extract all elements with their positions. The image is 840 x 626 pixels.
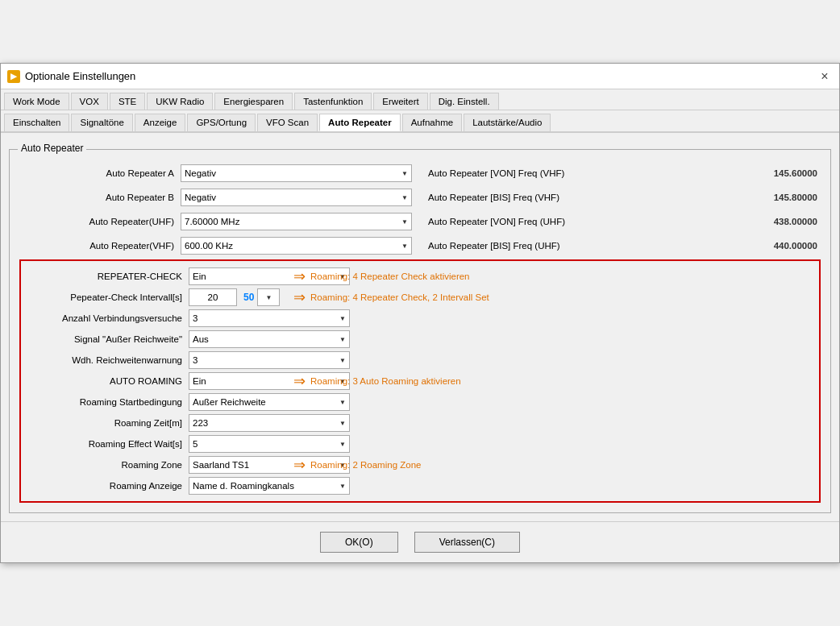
roaming-control-6: Außer Reichweite ▼ — [189, 393, 350, 411]
roaming-label-8: Roaming Effect Wait[s] — [27, 439, 189, 449]
group-title: Auto Repeater — [18, 143, 86, 154]
dropdown-arrow-roaming-3: ▼ — [339, 336, 346, 343]
annotation-text-0: Roaming: 4 Repeater Check aktivieren — [310, 272, 470, 281]
value-right-1: 145.80000 — [626, 193, 821, 202]
dropdown-arrow-roaming-1: ▼ — [265, 294, 272, 301]
auto-repeater-group: Auto Repeater Auto Repeater A Negativ ▼ … — [9, 149, 831, 513]
roaming-row-3: Signal "Außer Reichweite" Aus ▼ — [27, 329, 813, 350]
roaming-label-0: REPEATER-CHECK — [27, 272, 189, 281]
dropdown-arrow-left-2: ▼ — [401, 218, 408, 226]
tab1-energiesparen[interactable]: Energiesparen — [214, 93, 293, 110]
roaming-control-8: 5 ▼ — [189, 435, 350, 453]
dropdown-arrow-roaming-4: ▼ — [339, 357, 346, 364]
tab2-anzeige[interactable]: Anzeige — [135, 114, 186, 131]
roaming-row-7: Roaming Zeit[m] 223 ▼ — [27, 412, 813, 433]
roaming-row-10: Roaming Anzeige Name d. Roamingkanals ▼ — [27, 475, 813, 496]
tab1-vox[interactable]: VOX — [71, 93, 108, 110]
dropdown-left-3[interactable]: 600.00 KHz ▼ — [181, 237, 412, 255]
roaming-dropdown-2[interactable]: 3 ▼ — [189, 309, 350, 327]
tab1-dig.-einstell.[interactable]: Dig. Einstell. — [430, 93, 499, 110]
right-row-0: Auto Repeater [VON] Freq (VHF) 145.60000 — [428, 163, 821, 184]
ok-button[interactable]: OK(O) — [320, 532, 398, 553]
tab2-aufnahme[interactable]: Aufnahme — [402, 114, 462, 131]
roaming-dropdown-4[interactable]: 3 ▼ — [189, 351, 350, 369]
annotation-text-5: Roaming: 3 Auto Roaming aktivieren — [310, 376, 461, 386]
tab2-auto-repeater[interactable]: Auto Repeater — [319, 114, 401, 131]
roaming-row-0: REPEATER-CHECK Ein ▼ ⇒ Roaming: 4 Repeat… — [27, 266, 813, 287]
control-left-3: 600.00 KHz ▼ — [181, 237, 412, 255]
close-button[interactable]: × — [817, 68, 833, 85]
arrow-icon-5: ⇒ — [293, 372, 306, 390]
dropdown-left-2[interactable]: 7.60000 MHz ▼ — [181, 213, 412, 230]
roaming-control-2: 3 ▼ — [189, 309, 350, 327]
roaming-dropdown-3[interactable]: Aus ▼ — [189, 330, 350, 348]
left-row-3: Auto Repeater(VHF) 600.00 KHz ▼ — [19, 235, 412, 256]
right-column: Auto Repeater [VON] Freq (VHF) 145.60000… — [428, 163, 821, 256]
roaming-label-10: Roaming Anzeige — [27, 481, 189, 491]
dropdown-arrow-left-0: ▼ — [401, 170, 408, 177]
roaming-dropdown-7[interactable]: 223 ▼ — [189, 414, 350, 432]
annotation-5: ⇒ Roaming: 3 Auto Roaming aktivieren — [293, 372, 461, 390]
roaming-row-8: Roaming Effect Wait[s] 5 ▼ — [27, 433, 813, 454]
tab2-signaltöne[interactable]: Signaltöne — [71, 114, 132, 131]
arrow-icon-9: ⇒ — [293, 456, 306, 474]
tab1-ukw-radio[interactable]: UKW Radio — [147, 93, 213, 110]
roaming-label-3: Signal "Außer Reichweite" — [27, 334, 189, 344]
tab2-lautstärke/audio[interactable]: Lautstärke/Audio — [464, 114, 551, 131]
roaming-row-1: Pepeater-Check Intervall[s] 20 50 ▼ ⇒ Ro… — [27, 287, 813, 308]
value-right-0: 145.60000 — [626, 168, 821, 178]
dropdown-arrow-roaming-7: ▼ — [339, 420, 346, 427]
tab2-gps/ortung[interactable]: GPS/Ortung — [187, 114, 256, 131]
dropdown-left-0[interactable]: Negativ ▼ — [181, 164, 412, 182]
left-row-1: Auto Repeater B Negativ ▼ — [19, 187, 412, 208]
window-title: Optionale Einstellungen — [25, 70, 135, 82]
roaming-label-1: Pepeater-Check Intervall[s] — [27, 292, 189, 302]
roaming-row-2: Anzahl Verbindungsversuche 3 ▼ — [27, 308, 813, 329]
control-left-0: Negativ ▼ — [181, 164, 412, 182]
annotation-9: ⇒ Roaming: 2 Roaming Zone — [293, 456, 421, 474]
content-area: Auto Repeater Auto Repeater A Negativ ▼ … — [1, 133, 839, 521]
cancel-button[interactable]: Verlassen(C) — [414, 532, 520, 553]
roaming-control-7: 223 ▼ — [189, 414, 350, 432]
left-column: Auto Repeater A Negativ ▼ Auto Repeater … — [19, 163, 412, 256]
label-left-1: Auto Repeater B — [19, 193, 181, 202]
dropdown-arrow-left-3: ▼ — [401, 243, 408, 250]
roaming-label-7: Roaming Zeit[m] — [27, 418, 189, 428]
dropdown-arrow-roaming-10: ▼ — [339, 483, 346, 490]
left-row-2: Auto Repeater(UHF) 7.60000 MHz ▼ — [19, 211, 412, 232]
title-bar: ▶ Optionale Einstellungen × — [1, 64, 839, 89]
label-right-3: Auto Repeater [BIS] Freq (UHF) — [428, 241, 626, 251]
tab2-vfo-scan[interactable]: VFO Scan — [257, 114, 318, 131]
label-right-0: Auto Repeater [VON] Freq (VHF) — [428, 168, 626, 178]
top-form-layout: Auto Repeater A Negativ ▼ Auto Repeater … — [19, 163, 821, 256]
annotation-1: ⇒ Roaming: 4 Repeater Check, 2 Intervall… — [293, 288, 489, 306]
roaming-section: REPEATER-CHECK Ein ▼ ⇒ Roaming: 4 Repeat… — [19, 259, 821, 503]
tab2-einschalten[interactable]: Einschalten — [4, 114, 69, 131]
tab1-ste[interactable]: STE — [110, 93, 145, 110]
roaming-dropdown-1[interactable]: ▼ — [257, 288, 280, 306]
roaming-value2-1: 50 — [243, 292, 254, 303]
dropdown-left-1[interactable]: Negativ ▼ — [181, 189, 412, 206]
roaming-row-6: Roaming Startbedingung Außer Reichweite … — [27, 392, 813, 412]
value-right-2: 438.00000 — [626, 217, 821, 226]
roaming-dropdown-6[interactable]: Außer Reichweite ▼ — [189, 393, 350, 411]
app-icon: ▶ — [7, 70, 20, 83]
tab1-tastenfunktion[interactable]: Tastenfunktion — [294, 93, 372, 110]
tab-row-2: EinschaltenSignaltöneAnzeigeGPS/OrtungVF… — [1, 110, 839, 133]
roaming-dropdown-8[interactable]: 5 ▼ — [189, 435, 350, 453]
dropdown-arrow-roaming-6: ▼ — [339, 399, 346, 406]
tab1-work-mode[interactable]: Work Mode — [4, 93, 69, 110]
right-row-3: Auto Repeater [BIS] Freq (UHF) 440.00000 — [428, 235, 821, 256]
tab1-erweitert[interactable]: Erweitert — [373, 93, 427, 110]
roaming-row-9: Roaming Zone Saarland TS1 ▼ ⇒ Roaming: 2… — [27, 454, 813, 475]
annotation-text-1: Roaming: 4 Repeater Check, 2 Intervall S… — [310, 292, 489, 302]
right-row-1: Auto Repeater [BIS] Freq (VHF) 145.80000 — [428, 187, 821, 208]
control-left-2: 7.60000 MHz ▼ — [181, 213, 412, 230]
roaming-label-9: Roaming Zone — [27, 460, 189, 470]
label-right-2: Auto Repeater [VON] Freq (UHF) — [428, 217, 626, 226]
roaming-input-1[interactable]: 20 — [189, 288, 237, 306]
roaming-dropdown-10[interactable]: Name d. Roamingkanals ▼ — [189, 477, 350, 495]
roaming-label-5: AUTO ROAMING — [27, 376, 189, 386]
dropdown-arrow-roaming-2: ▼ — [339, 315, 346, 322]
dropdown-arrow-left-1: ▼ — [401, 194, 408, 201]
